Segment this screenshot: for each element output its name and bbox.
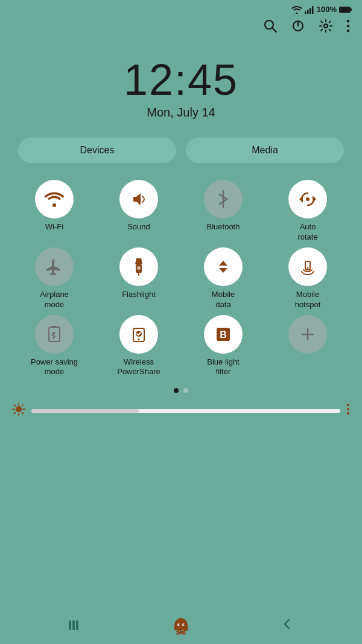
svg-line-41 xyxy=(22,413,23,414)
blue-light-label: Blue lightfilter xyxy=(207,357,239,378)
svg-line-43 xyxy=(14,413,16,414)
svg-rect-48 xyxy=(72,620,75,630)
brightness-row[interactable] xyxy=(0,397,362,425)
clock-date: Mon, July 14 xyxy=(0,106,362,120)
svg-point-15 xyxy=(347,25,349,27)
auto-rotate-icon-circle xyxy=(288,180,327,218)
toggle-wireless-share[interactable]: WirelessPowerShare xyxy=(99,315,179,378)
recent-apps-icon[interactable] xyxy=(68,617,81,634)
svg-rect-1 xyxy=(305,11,306,14)
signal-status-icon xyxy=(305,5,314,14)
tab-row: Devices Media xyxy=(0,126,362,169)
bottom-nav xyxy=(0,608,362,644)
bluetooth-icon-circle xyxy=(204,180,243,218)
mobile-data-icon-circle xyxy=(204,247,243,286)
settings-icon[interactable] xyxy=(319,19,333,37)
flashlight-label: Flashlight xyxy=(122,290,156,300)
svg-text:B: B xyxy=(220,330,227,340)
page-indicators xyxy=(0,382,362,397)
svg-point-13 xyxy=(324,24,328,28)
clock-section: 12:45 Mon, July 14 xyxy=(0,43,362,126)
sound-icon-circle xyxy=(119,180,158,218)
home-icon[interactable] xyxy=(170,613,192,639)
svg-point-23 xyxy=(137,266,141,270)
back-icon[interactable] xyxy=(281,617,294,634)
airplane-label: Airplanemode xyxy=(40,290,69,310)
toggle-power-saving[interactable]: Power savingmode xyxy=(14,315,94,378)
flashlight-icon-circle xyxy=(119,247,158,286)
svg-point-35 xyxy=(16,406,22,412)
svg-rect-27 xyxy=(52,326,57,328)
brightness-icon xyxy=(12,403,25,419)
toggle-bluetooth[interactable]: Bluetooth xyxy=(183,180,263,243)
toggle-airplane[interactable]: Airplanemode xyxy=(14,247,94,310)
mobile-hotspot-label: Mobilehotspot xyxy=(295,290,321,310)
svg-line-42 xyxy=(22,405,23,406)
bluetooth-label: Bluetooth xyxy=(207,222,240,232)
svg-point-54 xyxy=(179,624,180,625)
add-icon-circle xyxy=(288,315,327,354)
svg-point-45 xyxy=(347,408,349,410)
mobile-data-label: Mobiledata xyxy=(212,290,235,310)
wifi-status-icon xyxy=(291,5,302,14)
svg-point-55 xyxy=(183,624,185,625)
svg-line-10 xyxy=(273,28,277,33)
svg-point-0 xyxy=(296,12,297,14)
svg-point-29 xyxy=(138,338,140,340)
svg-point-56 xyxy=(176,633,180,635)
svg-rect-7 xyxy=(340,7,350,12)
wireless-share-label: WirelessPowerShare xyxy=(117,357,160,378)
tab-devices[interactable]: Devices xyxy=(18,138,176,163)
auto-rotate-label: Autorotate xyxy=(297,222,317,243)
svg-rect-2 xyxy=(307,10,309,14)
svg-rect-4 xyxy=(312,6,314,14)
power-icon[interactable] xyxy=(291,19,305,37)
svg-line-40 xyxy=(14,405,16,406)
toggle-sound[interactable]: Sound xyxy=(99,180,179,243)
toggles-grid: Wi-Fi Sound Bluetooth xyxy=(0,169,362,382)
top-actions-bar xyxy=(0,16,362,43)
battery-icon xyxy=(339,6,352,13)
svg-point-25 xyxy=(307,267,309,269)
status-bar: 100% xyxy=(0,0,362,16)
brightness-more-icon[interactable] xyxy=(346,403,350,418)
svg-point-44 xyxy=(347,404,349,406)
svg-point-16 xyxy=(347,30,349,32)
toggle-mobile-hotspot[interactable]: Mobilehotspot xyxy=(268,247,348,310)
page-dot-1 xyxy=(174,388,179,393)
svg-rect-49 xyxy=(76,620,78,630)
svg-marker-19 xyxy=(299,196,303,203)
toggle-auto-rotate[interactable]: Autorotate xyxy=(268,180,348,243)
airplane-icon-circle xyxy=(35,247,74,286)
power-saving-label: Power savingmode xyxy=(31,357,78,378)
more-icon[interactable] xyxy=(346,19,350,37)
wifi-label: Wi-Fi xyxy=(45,222,63,232)
search-icon[interactable] xyxy=(263,19,278,37)
toggle-mobile-data[interactable]: Mobiledata xyxy=(183,247,263,310)
battery-percentage: 100% xyxy=(317,5,337,14)
svg-point-46 xyxy=(347,412,349,415)
power-saving-icon-circle xyxy=(35,315,74,354)
blue-light-icon-circle: B xyxy=(204,315,243,354)
svg-rect-8 xyxy=(351,8,352,11)
toggle-flashlight[interactable]: Flashlight xyxy=(99,247,179,310)
svg-marker-20 xyxy=(313,196,316,203)
wifi-icon-circle xyxy=(35,180,74,218)
svg-rect-3 xyxy=(310,8,311,14)
brightness-fill xyxy=(31,409,139,413)
tab-media[interactable]: Media xyxy=(186,138,344,163)
mobile-hotspot-icon-circle xyxy=(288,247,327,286)
brightness-slider[interactable] xyxy=(31,409,340,413)
toggle-add[interactable] xyxy=(268,315,348,378)
svg-point-57 xyxy=(182,633,186,635)
page-dot-2 xyxy=(183,388,188,393)
svg-point-21 xyxy=(306,197,310,201)
sound-label: Sound xyxy=(127,222,150,232)
wireless-share-icon-circle xyxy=(119,315,158,354)
toggle-blue-light[interactable]: B Blue lightfilter xyxy=(183,315,263,378)
svg-rect-47 xyxy=(69,620,71,630)
toggle-wifi[interactable]: Wi-Fi xyxy=(14,180,94,243)
clock-time: 12:45 xyxy=(0,55,362,104)
svg-point-14 xyxy=(347,20,349,22)
svg-point-17 xyxy=(52,203,56,207)
